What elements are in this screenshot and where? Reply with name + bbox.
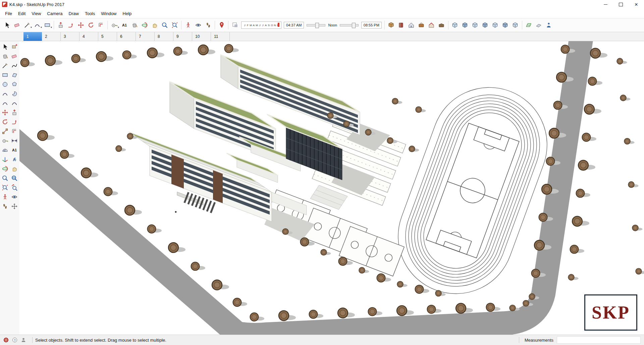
follow-me-button[interactable]	[66, 20, 75, 30]
scene-tab-8[interactable]: 8	[155, 32, 173, 41]
zoom-extents-button[interactable]	[170, 20, 179, 30]
select-tool-button[interactable]	[2, 20, 12, 30]
menu-window[interactable]: Window	[98, 9, 119, 18]
push-pull-button[interactable]	[56, 20, 65, 30]
terrain-toggle-button[interactable]	[524, 20, 534, 30]
arc-tools-button[interactable]: ▾	[32, 20, 42, 30]
geolocation-icon[interactable]	[3, 337, 9, 343]
dimensions-tool[interactable]	[10, 136, 19, 145]
previous-view-tool[interactable]	[10, 183, 19, 192]
maximize-button[interactable]	[613, 0, 629, 9]
scene-tab-9[interactable]: 9	[173, 32, 192, 41]
eraser-tool[interactable]	[10, 52, 19, 61]
pie-tool[interactable]	[10, 89, 19, 98]
shadows-toggle-button[interactable]	[230, 20, 240, 30]
protractor-tool[interactable]	[1, 146, 9, 154]
zoom-extents-tool[interactable]	[1, 183, 9, 192]
x-ray-style-button[interactable]	[450, 20, 460, 30]
credits-info-icon[interactable]	[12, 337, 17, 343]
slider-thumb[interactable]	[352, 23, 356, 28]
scene-tab-2[interactable]: 2	[42, 32, 61, 41]
shadow-time-slider-2[interactable]	[340, 24, 359, 26]
scene-tab-6[interactable]: 6	[117, 32, 136, 41]
add-location-button[interactable]	[217, 20, 226, 30]
shadow-date-slider[interactable]: JFMAMJJASOND	[241, 21, 281, 29]
tape-measure-button[interactable]: ▾	[109, 20, 119, 30]
zoom-tool[interactable]	[1, 174, 9, 183]
scene-tab-4[interactable]: 4	[79, 32, 98, 41]
hidden-line-style-button[interactable]	[480, 20, 490, 30]
styles-button[interactable]	[417, 20, 426, 30]
scene-tab-7[interactable]: 7	[136, 32, 155, 41]
look-around-button[interactable]	[193, 20, 203, 30]
offset-button[interactable]	[96, 20, 106, 30]
rotate-tool[interactable]	[1, 118, 9, 126]
wireframe-style-button[interactable]	[470, 20, 480, 30]
rotated-rectangle-tool[interactable]	[10, 71, 19, 79]
instructor-button[interactable]	[427, 20, 436, 30]
arc-tool[interactable]	[1, 89, 9, 98]
minimize-button[interactable]	[598, 0, 613, 9]
polygon-tool[interactable]	[10, 80, 19, 89]
rotate-button[interactable]	[86, 20, 96, 30]
text-button[interactable]	[119, 20, 129, 30]
select-tool[interactable]	[1, 43, 9, 51]
scene-tab-1[interactable]: 1	[23, 32, 42, 41]
walk-button[interactable]	[203, 20, 213, 30]
scene-tab-3[interactable]: 3	[61, 32, 79, 41]
scale-tool[interactable]	[1, 127, 9, 136]
menu-draw[interactable]: Draw	[66, 9, 82, 18]
tape-measure-tool[interactable]	[1, 136, 9, 145]
components-button[interactable]	[396, 20, 406, 30]
walk-tool[interactable]	[1, 202, 9, 211]
scene-tab-5[interactable]: 5	[98, 32, 117, 41]
line-tool[interactable]	[1, 61, 9, 70]
position-camera-tool[interactable]	[1, 193, 9, 201]
shadow-time-slider[interactable]	[307, 24, 325, 26]
drape-button[interactable]	[534, 20, 544, 30]
menu-view[interactable]: View	[29, 9, 44, 18]
orbit-button[interactable]	[140, 20, 149, 30]
warehouse-button[interactable]	[386, 20, 396, 30]
pan-tool[interactable]	[10, 164, 19, 173]
zoom-window-tool[interactable]	[10, 174, 19, 183]
move-button[interactable]	[76, 20, 86, 30]
scene-tab-11[interactable]: 11	[211, 32, 230, 41]
scene-tab-10[interactable]: 10	[192, 32, 211, 41]
paint-bucket-button[interactable]	[129, 20, 139, 30]
axes-tool[interactable]	[1, 155, 9, 164]
model-info-button[interactable]	[437, 20, 446, 30]
paint-bucket-tool[interactable]	[1, 52, 9, 61]
pan-button[interactable]	[150, 20, 159, 30]
tree-row-top[interactable]	[21, 44, 239, 67]
photo-textures-button[interactable]	[544, 20, 554, 30]
shaded-style-button[interactable]	[490, 20, 500, 30]
next-view-tool[interactable]	[10, 202, 19, 211]
menu-edit[interactable]: Edit	[15, 9, 29, 18]
tree-row-left-road[interactable]	[38, 131, 247, 306]
make-component-tool[interactable]	[10, 43, 19, 51]
text-tool[interactable]	[10, 146, 19, 154]
model-viewport[interactable]: SKP	[19, 41, 644, 335]
shadow-date-marker[interactable]	[278, 23, 279, 27]
back-edges-style-button[interactable]	[460, 20, 470, 30]
freehand-tool[interactable]	[10, 61, 19, 70]
shaded-textures-style-button[interactable]	[500, 20, 510, 30]
school-buildings[interactable]	[129, 55, 360, 222]
line-tools-button[interactable]: ▾	[22, 20, 32, 30]
slider-thumb[interactable]	[315, 23, 319, 28]
menu-help[interactable]: Help	[120, 9, 135, 18]
menu-file[interactable]: File	[2, 9, 15, 18]
three-point-arc-tool[interactable]	[10, 99, 19, 108]
orbit-tool[interactable]	[1, 164, 9, 173]
push-pull-tool[interactable]	[10, 108, 19, 117]
rectangle-tool[interactable]	[1, 71, 9, 79]
zoom-button[interactable]	[160, 20, 169, 30]
move-tool[interactable]	[1, 108, 9, 117]
eraser-tool-button[interactable]	[12, 20, 22, 30]
3d-text-tool[interactable]	[10, 155, 19, 164]
measurements-input[interactable]	[557, 336, 641, 344]
offset-tool[interactable]	[10, 127, 19, 136]
materials-button[interactable]	[407, 20, 416, 30]
two-point-arc-tool[interactable]	[1, 99, 9, 108]
